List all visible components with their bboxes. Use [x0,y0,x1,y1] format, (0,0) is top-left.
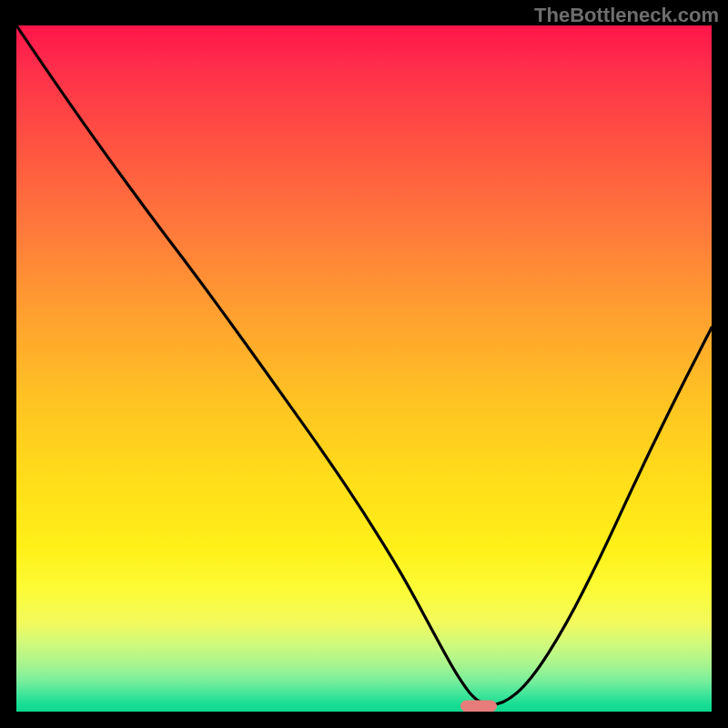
chart-frame: TheBottleneck.com [0,0,728,728]
bottleneck-curve [16,25,712,712]
plot-area [16,25,712,712]
watermark-text: TheBottleneck.com [534,4,719,27]
optimum-marker [460,700,497,712]
